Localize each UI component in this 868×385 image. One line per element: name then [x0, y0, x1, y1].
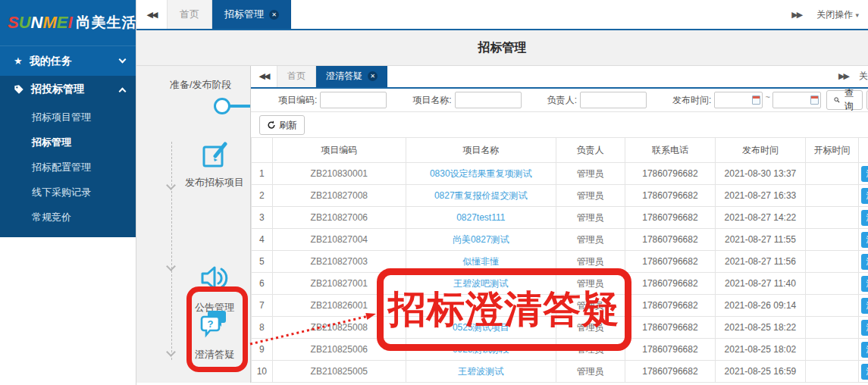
- project-name-link[interactable]: 王碧波测试: [458, 366, 503, 377]
- sidebar-item-my-tasks[interactable]: ★ 我的任务: [0, 45, 136, 76]
- owner-cell: 管理员: [556, 339, 625, 361]
- tab-home[interactable]: 首页: [167, 0, 212, 29]
- project-name-input[interactable]: [455, 92, 522, 108]
- table-row: 3 ZB210827006 0827test111 管理员 1786079668…: [252, 207, 868, 229]
- row-index: 5: [252, 251, 273, 273]
- stage-clarification[interactable]: ? 澄清答疑: [186, 306, 243, 362]
- publish-time-cell: 2021-08-27 16:33: [715, 185, 805, 207]
- logo-letter: M: [42, 13, 56, 32]
- clarify-action-button[interactable]: 澄清答疑: [861, 210, 868, 226]
- table-row: 4 ZB210827004 尚美0827测试 管理员 17860796682 2…: [252, 229, 868, 251]
- sidebar-item-bid-config-mgmt[interactable]: 招标配置管理: [0, 155, 136, 180]
- edit-icon: [202, 142, 227, 169]
- logo-letter: E: [57, 13, 68, 32]
- row-index: 10: [252, 361, 273, 383]
- close-tab-icon[interactable]: ✕: [368, 71, 378, 81]
- refresh-button[interactable]: 刷新: [259, 115, 305, 135]
- inner-tab-home[interactable]: 首页: [277, 66, 316, 87]
- row-index: 8: [252, 317, 273, 339]
- page-header: 招标管理: [136, 30, 868, 66]
- clarify-action-button[interactable]: 澄清答疑: [861, 166, 868, 182]
- project-code-cell: ZB210827001: [272, 273, 406, 295]
- logo-letter: S: [8, 13, 19, 32]
- collapse-tabs-icon[interactable]: ◀◀: [136, 0, 167, 29]
- open-time-cell: [805, 251, 858, 273]
- table-row: 1 ZB210830001 0830设定结果重复项测试 管理员 17860796…: [252, 163, 868, 185]
- col-project-name: 项目名称: [406, 138, 556, 163]
- stage-flow-line: [171, 142, 172, 360]
- caret-down-icon: ▾: [855, 11, 859, 19]
- table-row: 2 ZB210827008 0827重复报价提交测试 管理员 178607966…: [252, 185, 868, 207]
- close-operations-label: 关闭操作: [816, 9, 853, 20]
- row-index: 7: [252, 295, 273, 317]
- row-index: 6: [252, 273, 273, 295]
- sidebar-item-bid-mgmt[interactable]: 招标管理: [0, 130, 136, 155]
- expand-tabs-icon[interactable]: ▶▶: [838, 71, 848, 81]
- project-name-link[interactable]: 0827重复报价提交测试: [434, 190, 528, 201]
- project-name-link[interactable]: 0827test111: [456, 212, 505, 223]
- phone-cell: 17860796682: [625, 317, 715, 339]
- clarify-action-button[interactable]: 澄清答疑: [861, 232, 868, 248]
- col-actions: 操作: [859, 138, 868, 163]
- publish-time-cell: 2021-08-25 18:02: [715, 339, 805, 361]
- project-code-cell: ZB210827006: [272, 207, 406, 229]
- phone-cell: 17860796682: [625, 163, 715, 185]
- query-button[interactable]: 查询: [826, 90, 863, 110]
- project-code-cell: ZB210826001: [272, 295, 406, 317]
- publish-time-cell: 2021-08-27 11:55: [715, 229, 805, 251]
- project-name-link[interactable]: 似懂非懂: [462, 256, 499, 267]
- project-name-link[interactable]: 王碧波吧测试: [453, 278, 508, 289]
- clarify-action-button[interactable]: 澄清答疑: [861, 188, 868, 204]
- clarify-action-button[interactable]: 澄清答疑: [861, 320, 868, 336]
- owner-cell: 管理员: [556, 185, 625, 207]
- col-owner: 负责人: [556, 138, 625, 163]
- flow-chevron-icon: [166, 347, 176, 357]
- project-code-input[interactable]: [320, 92, 387, 108]
- publish-time-end-input[interactable]: [772, 92, 821, 108]
- collapse-tabs-icon[interactable]: ◀◀: [251, 66, 277, 87]
- clarify-action-button[interactable]: 澄清答疑: [861, 276, 868, 292]
- search-icon: [834, 95, 840, 105]
- phone-cell: 17860796682: [625, 339, 715, 361]
- close-tab-icon[interactable]: ✕: [269, 10, 279, 20]
- owner-cell: 管理员: [556, 207, 625, 229]
- owner-input[interactable]: [580, 92, 647, 108]
- project-name-link[interactable]: 0923测试标段: [453, 344, 509, 355]
- clarify-action-button[interactable]: 澄清答疑: [861, 254, 868, 270]
- project-name-link[interactable]: 0830设定结果重复项测试: [430, 168, 532, 179]
- row-index: 3: [252, 207, 273, 229]
- publish-time-cell: 2021-08-25 16:59: [715, 361, 805, 383]
- publish-time-start-input[interactable]: [714, 92, 763, 108]
- inner-tabbar: ◀◀ 首页 澄清答疑 ✕ ▶▶ 关闭操作 ▾: [251, 66, 868, 89]
- phone-cell: 17860796682: [625, 207, 715, 229]
- clarify-action-button[interactable]: 澄清答疑: [861, 298, 868, 314]
- close-operations-dropdown[interactable]: 关闭操作 ▾: [859, 70, 868, 83]
- expand-tabs-icon[interactable]: ▶▶: [791, 10, 801, 20]
- sidebar-item-regular-bidding[interactable]: 常规竞价: [0, 205, 136, 230]
- sidebar-item-bid-project-mgmt[interactable]: 招标项目管理: [0, 105, 136, 130]
- publish-time-label: 发布时间:: [672, 94, 711, 107]
- tab-bidding-mgmt[interactable]: 招标管理 ✕: [212, 0, 291, 29]
- refresh-icon: [267, 121, 276, 130]
- inner-tab-clarification[interactable]: 澄清答疑 ✕: [316, 66, 387, 87]
- stage-panel: 准备/发布阶段 发布招标项目 公告: [136, 66, 250, 383]
- top-tabbar: ◀◀ 首页 招标管理 ✕ ▶▶ 关闭操作 ▾: [136, 0, 868, 30]
- publish-time-cell: 2021-08-27 11:40: [715, 273, 805, 295]
- clarify-action-button[interactable]: 澄清答疑: [861, 342, 868, 358]
- close-operations-dropdown[interactable]: 关闭操作 ▾: [816, 8, 859, 21]
- clarify-action-button[interactable]: 澄清答疑: [861, 364, 868, 380]
- project-code-cell: ZB210827003: [272, 251, 406, 273]
- sidebar-item-bidding-mgmt[interactable]: 招投标管理: [0, 76, 136, 103]
- chevron-up-icon: [119, 87, 127, 95]
- project-name-link[interactable]: 0525测试项目: [453, 322, 509, 333]
- col-index: [252, 138, 273, 163]
- open-time-cell: [805, 229, 858, 251]
- publish-time-cell: 2021-08-26 09:14: [715, 295, 805, 317]
- table-row: 7 ZB210826001 管理员 17860796682 2021-08-26…: [252, 295, 868, 317]
- project-name-link[interactable]: 尚美0827测试: [453, 234, 509, 245]
- stage-publish-project[interactable]: 发布招标项目: [188, 142, 241, 189]
- sidebar-item-offline-purchase[interactable]: 线下采购记录: [0, 180, 136, 205]
- megaphone-icon: [199, 262, 230, 294]
- col-project-code: 项目编码: [272, 138, 406, 163]
- logo-letter: I: [67, 13, 72, 32]
